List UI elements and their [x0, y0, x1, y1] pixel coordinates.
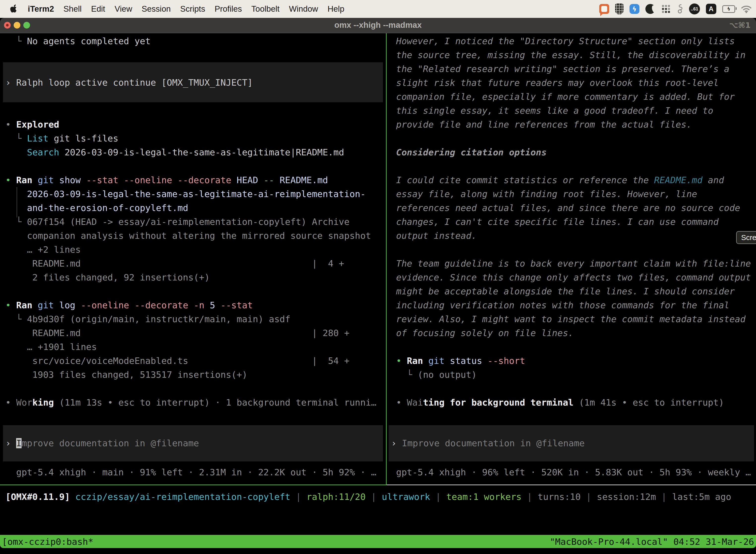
text-segment: (11m 13s • esc to interrupt): [54, 397, 210, 407]
text-segment: Considering citation options: [396, 147, 547, 157]
apple-menu-icon[interactable]: [10, 4, 18, 13]
menu-iterm2[interactable]: iTerm2: [28, 4, 54, 14]
text-segment: Ralph loop active continue [OMX_TMUX_INJ…: [16, 77, 253, 88]
terminal-line: README.md | 4 +: [5, 257, 344, 271]
terminal-line: › Ralph loop active continue [OMX_TMUX_I…: [5, 76, 253, 90]
text-segment: … +1901 lines: [5, 342, 97, 352]
menu-edit[interactable]: Edit: [91, 4, 105, 14]
tmux-window-label[interactable]: bash*: [66, 537, 93, 547]
text-segment: |: [656, 492, 672, 502]
terminal-line: references need actual files, and since …: [396, 201, 740, 215]
text-segment: slight risk that future readers may over…: [396, 78, 718, 88]
terminal-line: … +1901 lines: [5, 340, 97, 354]
ralph-notice-line: › Ralph loop active continue [OMX_TMUX_I…: [5, 76, 253, 90]
menu-shell[interactable]: Shell: [63, 4, 82, 14]
prompt-input-left-text: › Improve documentation in @filename: [5, 436, 199, 450]
text-segment: turns:10: [538, 492, 581, 502]
text-segment: •: [396, 356, 407, 366]
text-segment: git: [32, 300, 54, 310]
text-segment: [5, 147, 27, 157]
a-key-icon[interactable]: A: [706, 2, 716, 15]
text-segment: king: [32, 397, 54, 407]
prompt-input-left[interactable]: › Improve documentation in @filename: [3, 425, 383, 461]
terminal-line: • Working (11m 13s • esc to interrupt) ·…: [5, 396, 377, 409]
text-segment: changes, I can't cite specific file line…: [396, 217, 718, 227]
text-segment: provide file and line references from th…: [396, 119, 692, 129]
terminal-line: this single essay, it seems like a good …: [396, 104, 713, 118]
menu-window[interactable]: Window: [289, 4, 318, 14]
menu-scripts[interactable]: Scripts: [180, 4, 205, 14]
battery-icon-glyph: ϟ: [722, 5, 735, 13]
text-segment: companion analysis without altering the …: [5, 231, 371, 241]
tmux-host-time: "MacBook-Pro-44.local" 04:52 31-Mar-26: [550, 537, 756, 547]
text-segment: ›: [5, 77, 16, 88]
text-segment: --stat: [215, 300, 253, 310]
terminal-pane-left[interactable]: └ No agents completed yet• Explored └ Li…: [0, 33, 386, 485]
battery-percent-badge-icon[interactable]: ..61: [689, 2, 700, 15]
terminal-line: └ (no output): [396, 368, 477, 382]
session-status-right: gpt-5.4 xhigh · 96% left · 520K in · 5.8…: [396, 465, 751, 479]
text-segment: Improve documentation in @filename: [402, 438, 585, 448]
text-segment: README.md | 280 +: [5, 328, 350, 338]
text-segment: evidence. Since this change only affects…: [396, 272, 751, 282]
menu-profiles[interactable]: Profiles: [214, 4, 242, 14]
text-segment: session:12m: [597, 492, 656, 502]
text-segment: ›: [5, 438, 16, 448]
iterm-window: omx --xhigh --madmax ⌥⌘1 └ No agents com…: [0, 18, 756, 548]
text-segment: •: [5, 300, 16, 310]
menu-help[interactable]: Help: [327, 4, 344, 14]
menu-toolbelt[interactable]: Toolbelt: [251, 4, 279, 14]
text-segment: README.md | 4 +: [5, 258, 344, 269]
menu-view[interactable]: View: [115, 4, 132, 14]
terminal-line: output instead.: [396, 229, 477, 243]
text-segment: ultrawork: [382, 492, 430, 502]
text-segment: ting for background terminal: [423, 397, 573, 407]
text-segment: and-the-erosion-of-copyleft.md: [5, 203, 188, 213]
terminal-content: └ No agents completed yet• Explored └ Li…: [0, 33, 756, 485]
text-segment: |: [291, 492, 307, 502]
battery-icon[interactable]: ϟ: [722, 2, 735, 15]
menu-session[interactable]: Session: [142, 4, 171, 14]
screen-share-label: Scre: [741, 233, 756, 242]
text-segment: git: [32, 175, 54, 185]
blue-bolt-badge-icon[interactable]: ϟ: [630, 2, 639, 15]
shield-grid-icon[interactable]: [615, 2, 624, 15]
terminal-line: • Ran git status --short: [396, 354, 525, 368]
menubar-status-icons: ϟ..61Aϟ: [599, 2, 756, 15]
ralph-notice-box: › Ralph loop active continue [OMX_TMUX_I…: [3, 62, 383, 102]
terminal-line: … +2 lines: [5, 243, 81, 257]
terminal-line: 2 files changed, 92 insertions(+): [5, 271, 210, 284]
text-segment: The team guideline is to back every impo…: [396, 258, 751, 269]
terminal-line: of focusing solely on file lines.: [396, 326, 573, 340]
tree-guide-line: [17, 187, 17, 217]
chat-bubble-icon[interactable]: [599, 2, 609, 15]
chat-bubble-icon-glyph: [599, 4, 609, 14]
blue-bolt-badge-icon-glyph: ϟ: [630, 4, 639, 14]
text-segment: src/voice/voiceModeEnabled.ts | 54 +: [5, 356, 350, 366]
text-segment: However, I noticed the "Directory Struct…: [396, 36, 735, 46]
text-segment: [70, 492, 75, 502]
terminal-line: companion analysis without altering the …: [5, 229, 371, 243]
dots-grid-icon[interactable]: [661, 2, 671, 15]
text-segment: log: [54, 300, 75, 310]
terminal-line: companion file, especially if more comme…: [396, 90, 735, 104]
text-segment: |: [366, 492, 382, 502]
prompt-input-right[interactable]: › Improve documentation in @filename: [389, 425, 754, 461]
terminal-pane-right[interactable]: However, I noticed the "Directory Struct…: [387, 33, 756, 485]
hook-icon[interactable]: [677, 2, 683, 15]
pie-circle-icon[interactable]: [645, 2, 655, 15]
text-segment: team:1 workers: [446, 492, 521, 502]
terminal-line: including verification notes with those …: [396, 298, 730, 312]
text-segment: git ls-files: [48, 133, 118, 144]
shield-grid-icon-glyph: [615, 3, 624, 14]
screen-share-button[interactable]: Scre: [736, 231, 756, 244]
terminal-line: The team guideline is to back every impo…: [396, 257, 751, 271]
text-segment: last:5m ago: [672, 492, 731, 502]
terminal-line: › Improve documentation in @filename: [391, 436, 585, 450]
titlebar[interactable]: omx --xhigh --madmax ⌥⌘1: [0, 18, 756, 33]
wifi-icon[interactable]: [741, 2, 752, 15]
text-segment: · 1 background terminal runni…: [210, 397, 377, 407]
terminal-line: provide file and line references from th…: [396, 118, 692, 131]
text-segment: (no output): [418, 370, 477, 380]
dots-grid-icon-glyph: [661, 4, 671, 14]
